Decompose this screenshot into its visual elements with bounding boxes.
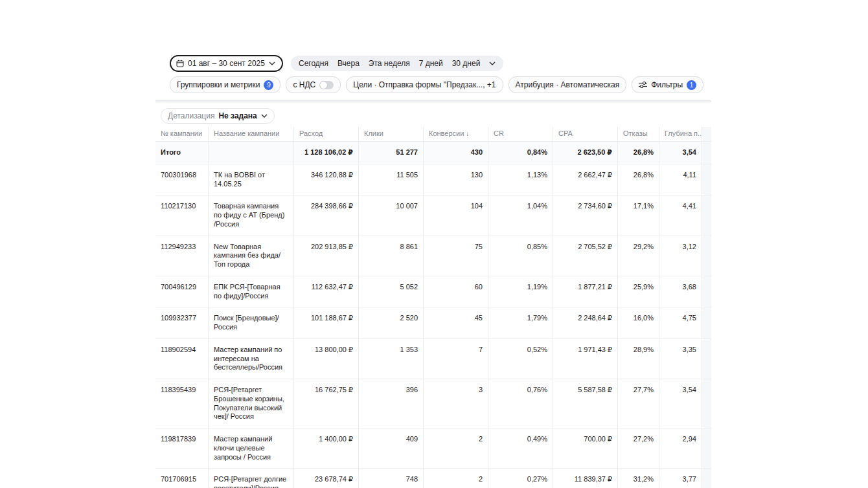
- filters-button[interactable]: Фильтры 1: [632, 76, 703, 93]
- cell-cpa: 2 705,52 ₽: [553, 236, 618, 276]
- vat-button[interactable]: с НДС: [286, 76, 341, 93]
- cell-cr: 0,27%: [488, 469, 553, 488]
- cell-cost: 112 632,47 ₽: [294, 276, 359, 307]
- cell-cpa: 1 877,21 ₽: [553, 276, 618, 307]
- date-range-value: 01 авг – 30 сент 2025: [188, 59, 265, 68]
- table-row[interactable]: 118395439РСЯ-[Ретаргет Брошенные корзины…: [155, 379, 711, 428]
- attribution-label: Атрибуция · Автоматическая: [516, 80, 620, 89]
- table-row[interactable]: 118902594Мастер кампаний по интересам на…: [155, 339, 711, 379]
- cell-cr: 0,52%: [488, 339, 553, 379]
- detalization-value: Не задана: [218, 111, 257, 120]
- cell-clicks: 2 520: [359, 307, 424, 338]
- column-header-label: CPA: [558, 129, 573, 137]
- goals-button[interactable]: Цели · Отправка формы "Предзак..., +1: [346, 76, 503, 93]
- cell-conversions: 430: [424, 142, 488, 164]
- cell-id: Итого: [155, 142, 209, 164]
- cell-cr: 1,79%: [488, 307, 553, 338]
- column-header-clicks[interactable]: Клики: [359, 127, 424, 141]
- cell-cr: 0,84%: [488, 142, 553, 164]
- cell-name: РСЯ-[Ретаргет Брошенные корзины, Покупат…: [209, 379, 294, 428]
- cell-depth: 4,75: [659, 307, 702, 338]
- chevron-down-icon[interactable]: [489, 61, 496, 65]
- toolbar-filter-row: Группировки и метрики 9 с НДС Цели · Отп…: [170, 76, 703, 93]
- table-row[interactable]: 109932377Поиск [Брендовые]/ Россия101 18…: [155, 307, 711, 339]
- table-row[interactable]: 112949233New Товарная кампания без фида/…: [155, 236, 711, 276]
- cell-bounces: 26,8%: [618, 164, 659, 195]
- table-row[interactable]: 700496129ЕПК РСЯ-[Товарная по фиду]/Росс…: [155, 276, 711, 308]
- cell-cost: 1 128 106,02 ₽: [294, 142, 359, 164]
- cell-clicks: 10 007: [359, 195, 424, 235]
- cell-id: 119817839: [155, 428, 209, 468]
- total-row[interactable]: Итого1 128 106,02 ₽51 2774300,84%2 623,5…: [155, 142, 711, 164]
- column-header-cpa[interactable]: CPA: [553, 127, 618, 141]
- cell-id: 700301968: [155, 164, 209, 195]
- cell-cpa: 2 734,60 ₽: [553, 195, 618, 235]
- row-spacer: [702, 276, 711, 307]
- column-header-name[interactable]: Название кампании: [209, 127, 294, 141]
- sort-desc-icon: ↓: [466, 130, 469, 137]
- cell-id: 700496129: [155, 276, 209, 307]
- cell-id: 109932377: [155, 307, 209, 338]
- quick-date-option[interactable]: 7 дней: [419, 59, 443, 68]
- groupings-badge: 9: [264, 80, 273, 90]
- sliders-icon: [639, 81, 647, 89]
- cell-clicks: 1 353: [359, 339, 424, 379]
- table-row[interactable]: 700301968ТК на BOBBI от 14.05.25346 120,…: [155, 164, 711, 196]
- column-header-label: № кампании: [161, 129, 202, 137]
- row-spacer: [702, 195, 711, 235]
- cell-cost: 346 120,88 ₽: [294, 164, 359, 195]
- date-range-picker[interactable]: 01 авг – 30 сент 2025: [170, 55, 283, 72]
- quick-date-option[interactable]: Сегодня: [299, 59, 328, 68]
- column-header-bounces[interactable]: Отказы: [618, 127, 659, 141]
- cell-clicks: 11 505: [359, 164, 424, 195]
- table-row[interactable]: 701706915РСЯ-[Ретаргет долгие посетители…: [155, 469, 711, 488]
- cell-cpa: 700,00 ₽: [553, 428, 618, 468]
- table-header-row: № кампанииНазвание кампанииРасходКликиКо…: [155, 127, 711, 142]
- cell-bounces: 28,9%: [618, 339, 659, 379]
- row-spacer: [702, 142, 711, 164]
- column-header-depth[interactable]: Глубина п...: [659, 127, 702, 141]
- cell-conversions: 130: [424, 164, 488, 195]
- detalization-selector[interactable]: Детализация Не задана: [161, 108, 275, 124]
- cell-depth: 3,12: [659, 236, 702, 276]
- cell-cost: 13 800,00 ₽: [294, 339, 359, 379]
- table-row[interactable]: 119817839Мастер кампаний ключи целевые з…: [155, 428, 711, 469]
- attribution-button[interactable]: Атрибуция · Автоматическая: [508, 76, 627, 93]
- column-header-label: CR: [494, 129, 504, 137]
- chevron-down-icon: [269, 61, 275, 65]
- row-spacer: [702, 339, 711, 379]
- cell-cr: 1,19%: [488, 276, 553, 307]
- column-header-label: Клики: [364, 129, 383, 137]
- cell-cpa: 1 971,43 ₽: [553, 339, 618, 379]
- table-body: Итого1 128 106,02 ₽51 2774300,84%2 623,5…: [155, 142, 711, 488]
- cell-bounces: 27,2%: [618, 428, 659, 468]
- detalization-label: Детализация: [168, 111, 214, 120]
- cell-cpa: 2 662,47 ₽: [553, 164, 618, 195]
- quick-date-option[interactable]: Эта неделя: [369, 59, 410, 68]
- cell-cost: 23 678,74 ₽: [294, 469, 359, 488]
- table-row[interactable]: 110217130Товарная кампания по фиду с АТ …: [155, 195, 711, 236]
- cell-cost: 1 400,00 ₽: [294, 428, 359, 468]
- groupings-metrics-label: Группировки и метрики: [177, 80, 260, 89]
- cell-id: 118395439: [155, 379, 209, 428]
- column-header-id[interactable]: № кампании: [155, 127, 209, 141]
- calendar-icon: [176, 60, 184, 67]
- cell-id: 112949233: [155, 236, 209, 276]
- vat-label: с НДС: [293, 80, 315, 89]
- cell-depth: 4,41: [659, 195, 702, 235]
- cell-name: New Товарная кампания без фида/Топ город…: [209, 236, 294, 276]
- cell-cr: 0,76%: [488, 379, 553, 428]
- cell-bounces: 27,7%: [618, 379, 659, 428]
- cell-conversions: 7: [424, 339, 488, 379]
- cell-name: ЕПК РСЯ-[Товарная по фиду]/Россия: [209, 276, 294, 307]
- filters-label: Фильтры: [651, 80, 683, 89]
- column-header-cost[interactable]: Расход: [294, 127, 359, 141]
- vat-toggle[interactable]: [319, 81, 334, 89]
- quick-date-option[interactable]: Вчера: [337, 59, 360, 68]
- quick-date-option[interactable]: 30 дней: [452, 59, 481, 68]
- column-header-conversions[interactable]: Конверсии↓: [424, 127, 488, 141]
- stats-table: № кампанииНазвание кампанииРасходКликиКо…: [155, 127, 711, 488]
- column-header-cr[interactable]: CR: [488, 127, 553, 141]
- toolbar-divider: [155, 100, 711, 104]
- groupings-metrics-button[interactable]: Группировки и метрики 9: [170, 76, 280, 93]
